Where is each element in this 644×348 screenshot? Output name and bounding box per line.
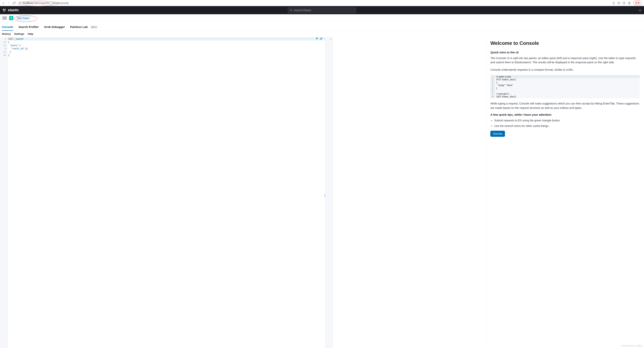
- svg-point-14: [640, 10, 640, 11]
- request-action-bar: [316, 37, 323, 40]
- response-pane: 1: [325, 37, 486, 348]
- profile-icon[interactable]: [628, 1, 631, 5]
- browser-toolbar: localhost:5601/app/dev_tools#/console 更新: [0, 0, 644, 6]
- code-line: GET _search: [8, 37, 325, 40]
- breadcrumb-bar: D Dev Tools: [0, 14, 644, 22]
- search-placeholder: Search Elastic: [294, 9, 311, 12]
- breadcrumb[interactable]: Dev Tools: [16, 16, 30, 19]
- search-icon: [290, 9, 292, 11]
- svg-line-12: [292, 11, 292, 11]
- line-number: 3: [0, 44, 6, 47]
- reload-button[interactable]: [12, 1, 16, 5]
- code-line: {: [8, 40, 324, 44]
- space-selector[interactable]: D: [9, 16, 13, 20]
- bookmark-icon[interactable]: [617, 1, 620, 4]
- submenu-history[interactable]: History: [2, 32, 11, 35]
- svg-point-10: [4, 10, 5, 12]
- browser-right-controls: 更新: [612, 1, 642, 5]
- code-line: }: [8, 50, 324, 53]
- tip-item: Use the wrench menu for other useful thi…: [494, 124, 640, 128]
- request-options-button[interactable]: [320, 37, 323, 40]
- line-number: 5: [0, 50, 6, 53]
- url-text: localhost:5601/app/dev_tools#/console: [23, 1, 69, 4]
- code-line: "match_all": {}: [8, 47, 324, 50]
- example-body: # index a doc PUT index/_doc/1 { "body":…: [495, 75, 640, 98]
- send-request-button[interactable]: [316, 37, 318, 40]
- editor-body[interactable]: GET _search { "query": { "match_all": {}…: [8, 37, 325, 348]
- beta-badge: BETA: [90, 25, 98, 29]
- line-number: 1: [325, 37, 332, 40]
- elastic-wordmark: elastic: [8, 8, 19, 12]
- tab-grok-debugger[interactable]: Grok Debugger: [44, 24, 65, 31]
- intro-paragraph-3: While typing a request, Console will mak…: [490, 101, 640, 110]
- svg-rect-4: [623, 2, 625, 4]
- svg-point-7: [629, 2, 630, 3]
- intro-heading: Quick intro to the UI: [490, 51, 640, 54]
- example-gutter: 12345678: [490, 75, 495, 98]
- tab-painless-lab-label: Painless Lab: [70, 25, 88, 28]
- tab-painless-lab[interactable]: Painless Lab BETA: [70, 24, 98, 31]
- welcome-panel: Welcome to Console Quick intro to the UI…: [486, 37, 644, 348]
- editor-gutter: 1 2 3 4 5 6: [0, 37, 8, 348]
- panel-icon[interactable]: [622, 1, 625, 4]
- submenu-help[interactable]: Help: [28, 32, 33, 35]
- global-search[interactable]: Search Elastic: [288, 7, 356, 13]
- share-icon[interactable]: [612, 1, 615, 4]
- site-info-icon[interactable]: [19, 2, 22, 4]
- intro-paragraph-2: Console understands requests in a compac…: [490, 68, 640, 72]
- console-submenu: History Settings Help: [0, 31, 644, 37]
- help-icon[interactable]: [638, 8, 642, 12]
- browser-update-button[interactable]: 更新: [633, 1, 642, 5]
- svg-marker-15: [316, 37, 318, 39]
- code-line: }: [8, 53, 324, 57]
- tips-heading: A few quick tips, while I have your atte…: [490, 113, 640, 116]
- tip-item: Submit requests to ES using the green tr…: [494, 118, 640, 123]
- devtools-tabs: Console Search Profiler Grok Debugger Pa…: [0, 22, 644, 31]
- request-editor-pane: 1 2 3 4 5 6 GET _search { "query": { "ma…: [0, 37, 325, 348]
- welcome-title: Welcome to Console: [490, 40, 640, 46]
- svg-point-11: [290, 9, 292, 11]
- pane-splitter[interactable]: ‖: [324, 193, 326, 197]
- dismiss-button[interactable]: Dismiss: [490, 131, 505, 137]
- kibana-header: elastic Search Elastic: [0, 6, 644, 14]
- intro-paragraph-1: The Console UI is split into two panes: …: [490, 56, 640, 65]
- line-number: 2: [0, 40, 6, 44]
- line-number: 1: [0, 37, 6, 40]
- line-number: 4: [0, 47, 6, 50]
- svg-point-8: [3, 8, 4, 10]
- response-gutter: 1: [325, 37, 333, 348]
- back-button[interactable]: [2, 1, 5, 5]
- example-code-block: 12345678 # index a doc PUT index/_doc/1 …: [490, 75, 640, 98]
- line-number: 6: [0, 53, 6, 57]
- tab-search-profiler[interactable]: Search Profiler: [18, 24, 39, 31]
- console-main: 1 2 3 4 5 6 GET _search { "query": { "ma…: [0, 37, 644, 348]
- submenu-settings[interactable]: Settings: [14, 32, 24, 35]
- code-line: "query": {: [8, 44, 324, 47]
- tab-console[interactable]: Console: [2, 24, 13, 31]
- tips-list: Submit requests to ES using the green tr…: [490, 118, 640, 128]
- svg-marker-3: [618, 2, 620, 4]
- response-body[interactable]: [333, 37, 486, 348]
- elastic-logo[interactable]: elastic: [2, 8, 19, 12]
- address-bar[interactable]: localhost:5601/app/dev_tools#/console: [18, 0, 611, 5]
- watermark: CSDN @呼伦贝尔-钢蛋儿: [621, 345, 643, 347]
- breadcrumb-devtools[interactable]: Dev Tools: [16, 16, 30, 20]
- forward-button[interactable]: [7, 1, 11, 5]
- elastic-cluster-icon: [2, 8, 6, 12]
- nav-toggle-button[interactable]: [2, 16, 7, 20]
